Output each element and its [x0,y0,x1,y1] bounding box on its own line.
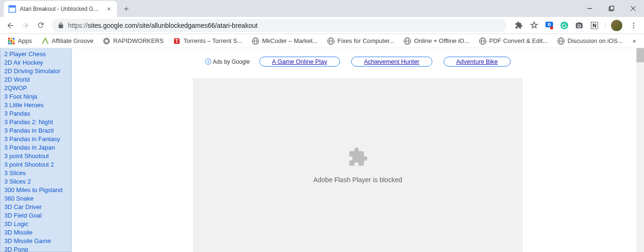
extension-icons: B N [511,21,603,30]
sidebar-game-link[interactable]: 360 Snake [4,194,67,203]
bookmark-label: MkCoder – Market... [262,37,318,44]
extension-n-icon[interactable]: N [590,21,599,30]
sidebar-game-link[interactable]: 3D Car Driver [4,203,67,211]
bookmarks-overflow-button[interactable]: » [628,37,640,44]
bookmark-label: Discussion on iOS... [568,37,623,44]
ad-link-pill[interactable]: Adventure Bike [444,57,511,67]
svg-rect-17 [8,38,10,40]
svg-text:B: B [548,22,551,27]
svg-point-27 [105,40,108,42]
sidebar-game-link[interactable]: 3D Pong [4,245,67,252]
bookmark-favicon [327,37,335,45]
camera-icon[interactable] [575,21,584,30]
bookmark-label: Torrents – Torrent S... [183,37,242,44]
flash-blocked-message: Adobe Flash Player is blocked [314,176,402,184]
svg-point-10 [561,22,568,29]
bookmarks-bar: AppsAffiliate GrooveRAPIDWORKERSTTorrent… [0,34,644,48]
back-button[interactable] [4,19,17,32]
tab-title: Atari Breakout - Unblocked Games [20,6,102,12]
bookmark-item[interactable]: Discussion on iOS... [553,35,627,47]
sidebar-game-link[interactable]: 300 Miles to Pigsland [4,186,67,194]
svg-rect-4 [610,6,614,10]
minimize-button[interactable] [579,0,601,17]
bookmark-label: Online + Offline iO... [414,37,469,44]
bookmark-item[interactable]: Online + Offline iO... [400,35,473,47]
sidebar-game-link[interactable]: 3D Logic [4,220,67,228]
info-icon[interactable]: i [205,59,211,65]
sidebar-game-link[interactable]: 3D Field Goal [4,211,67,220]
sidebar-game-link[interactable]: 3 point Shootout [4,152,67,160]
site-favicon [8,5,16,13]
reload-button[interactable] [34,19,47,32]
grammarly-icon[interactable] [560,21,569,30]
bookmark-item[interactable]: MkCoder – Market... [248,35,322,47]
flash-blocked-box[interactable]: Adobe Flash Player is blocked [193,78,523,252]
bookmark-favicon [479,37,487,45]
sidebar-game-link[interactable]: 3 Pandas [4,109,67,118]
scrollbar-thumb[interactable] [636,48,644,62]
bookmark-label: Apps [18,37,32,44]
svg-rect-18 [10,38,12,40]
sidebar-game-link[interactable]: 3 Pandas 2: Night [4,118,67,126]
sidebar-game-link[interactable]: 3 point Shootout 2 [4,160,67,169]
sidebar-game-link[interactable]: 3 Pandas in Fantasy [4,135,67,143]
scrollbar-track[interactable] [636,48,644,252]
ad-link-pill[interactable]: Achievement Hunter [351,57,432,67]
svg-point-15 [633,25,635,26]
sidebar-game-link[interactable]: 2 Player Chess [4,50,67,59]
bookmark-favicon [103,37,110,45]
bookmark-label: PDF Convert & Edit... [489,37,548,44]
sidebar-game-link[interactable]: 2QWOP [4,84,67,92]
sidebar-game-link[interactable]: 3D Missile [4,228,67,237]
new-tab-button[interactable]: + [120,2,133,16]
svg-rect-22 [13,40,15,42]
sidebar-game-link[interactable]: 3 Pandas in Japan [4,143,67,152]
bookmark-item[interactable]: TTorrents – Torrent S... [169,35,246,47]
ad-link-pill[interactable]: A Game Online Play [259,57,340,67]
sidebar-game-link[interactable]: 3 Pandas in Brazil [4,126,67,135]
svg-point-14 [633,23,635,24]
bookmark-label: RAPIDWORKERS [113,37,164,44]
svg-rect-25 [13,42,15,44]
svg-rect-21 [10,40,12,42]
forward-button[interactable] [19,19,32,32]
sidebar-game-link[interactable]: 3 Slices [4,169,67,177]
svg-rect-20 [8,40,10,42]
extension-blue-icon[interactable]: B [545,21,553,30]
profile-avatar[interactable] [611,20,622,31]
svg-rect-1 [9,6,16,8]
lock-icon [58,22,64,29]
browser-tab[interactable]: Atari Breakout - Unblocked Games × [4,1,117,17]
bookmark-star-icon[interactable] [530,21,538,30]
svg-text:T: T [175,39,178,44]
bookmark-item[interactable]: Fixes for Computer... [323,35,398,47]
sidebar-game-link[interactable]: 2D Driving Simulator [4,67,67,76]
tab-strip: Atari Breakout - Unblocked Games × + [0,0,644,17]
bookmark-label: Fixes for Computer... [338,37,395,44]
sidebar-game-link[interactable]: 3 Foot Ninja [4,92,67,101]
address-bar[interactable]: https://sites.google.com/site/allunblock… [52,19,506,32]
bookmark-favicon [41,37,49,45]
bookmark-favicon: T [173,37,181,45]
sidebar-game-link[interactable]: 3 Slices 2 [4,177,67,186]
extensions-icon[interactable] [515,21,523,30]
sidebar-game-link[interactable]: 2D Air Hockey [4,59,67,67]
bookmark-item[interactable]: PDF Convert & Edit... [475,35,552,47]
sidebar-game-link[interactable]: 3D Missile Game [4,237,67,245]
close-window-button[interactable] [622,0,644,17]
puzzle-icon [347,147,368,168]
page-content: 2 Player Chess2D Air Hockey2D Driving Si… [0,48,644,252]
close-tab-icon[interactable]: × [106,6,112,12]
svg-text:N: N [593,23,596,28]
sidebar-game-link[interactable]: 3 Little Heroes [4,101,67,109]
maximize-button[interactable] [601,0,622,17]
sidebar-game-link[interactable]: 2D World [4,76,67,84]
url-text: https://sites.google.com/site/allunblock… [68,22,501,29]
bookmark-item[interactable]: Apps [4,35,36,47]
bookmark-item[interactable]: Affiliate Groove [38,35,98,47]
bookmark-favicon [557,37,565,45]
svg-rect-9 [550,26,553,29]
bookmark-item[interactable]: RAPIDWORKERS [99,35,167,47]
ads-row: i Ads by Google A Game Online PlayAchiev… [72,48,644,69]
chrome-menu-button[interactable] [627,19,640,32]
